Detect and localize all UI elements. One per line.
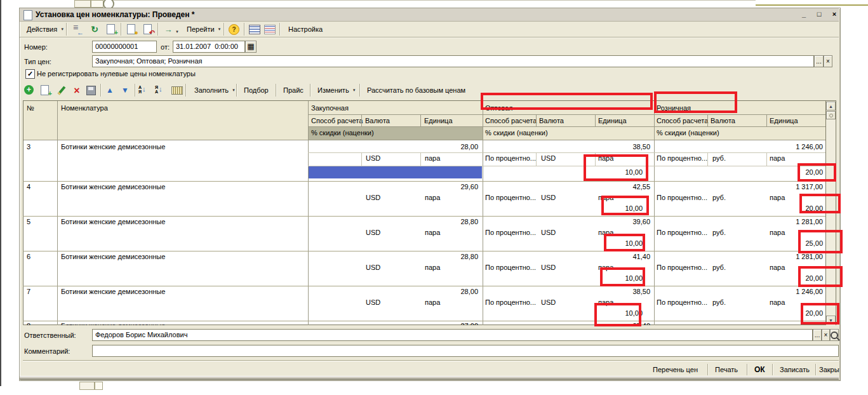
purchase-unit-cell[interactable]: пара <box>425 298 440 307</box>
purchase-unit-cell[interactable]: пара <box>425 229 440 237</box>
purchase-price-cell[interactable]: 28,80 <box>308 253 478 261</box>
minimize-button[interactable]: _ <box>799 9 809 19</box>
responsible-field[interactable]: Федоров Борис Михайлович <box>92 329 813 341</box>
add-row-icon[interactable]: + <box>24 85 34 95</box>
delete-row-icon[interactable]: × <box>71 84 83 96</box>
columns-icon[interactable] <box>171 86 183 95</box>
close-button[interactable]: × <box>829 9 839 19</box>
retail-price-cell[interactable]: 1 246,00 <box>654 143 823 151</box>
purchase-unit-cell[interactable]: пара <box>425 264 440 272</box>
retail-unit-cell[interactable]: пара <box>770 264 785 272</box>
post-record-icon[interactable]: ≡ ← <box>71 23 83 35</box>
purchase-currency-cell[interactable]: USD <box>366 298 380 307</box>
retail-unit-cell[interactable]: пара <box>770 194 785 202</box>
purchase-currency-cell[interactable]: USD <box>366 154 380 163</box>
price-list-button[interactable]: Прайс <box>279 84 307 97</box>
item-name-cell[interactable]: Ботинки женские демисезонные <box>61 218 165 226</box>
goto-menu-button[interactable]: Перейти▼ <box>183 23 225 36</box>
purchase-price-cell[interactable]: 28,00 <box>308 143 478 151</box>
retail-method-cell[interactable]: По процентно... <box>657 194 707 202</box>
item-name-cell[interactable]: Ботинки женские демисезонные <box>61 183 165 191</box>
retail-pct-cell[interactable]: 20,00 <box>654 204 823 213</box>
purchase-price-cell[interactable]: 29,60 <box>308 183 478 191</box>
retail-unit-cell[interactable]: пара <box>770 298 785 307</box>
retail-unit-cell[interactable]: пара <box>770 229 785 237</box>
item-name-cell[interactable]: Ботинки женские демисезонные <box>61 253 165 261</box>
retail-currency-cell[interactable]: руб. <box>712 264 726 272</box>
ok-button[interactable]: ОК <box>751 363 769 376</box>
retail-method-cell[interactable]: По процентно... <box>657 298 707 307</box>
change-menu-button[interactable]: Изменить▼ <box>314 84 360 97</box>
wholesale-currency-cell[interactable]: USD <box>541 264 556 272</box>
wholesale-method-cell[interactable]: По процентно... <box>485 298 536 307</box>
wholesale-currency-cell[interactable]: USD <box>541 229 556 237</box>
purchase-price-cell[interactable]: 28,80 <box>308 218 478 226</box>
end-edit-icon[interactable] <box>86 86 96 95</box>
edit-row-icon[interactable] <box>56 84 67 96</box>
pick-button[interactable]: Подбор <box>240 84 272 97</box>
go-to-icon[interactable]: → <box>163 23 174 35</box>
refresh-icon[interactable]: ↻ <box>89 23 100 35</box>
wholesale-method-cell[interactable]: По процентно... <box>485 264 536 272</box>
wholesale-price-cell[interactable]: 38,50 <box>483 143 650 151</box>
responsible-select-button[interactable]: ... <box>813 329 822 341</box>
item-name-cell[interactable]: Ботинки женские демисезонные <box>61 322 165 325</box>
list-settings-icon[interactable] <box>249 25 260 34</box>
wholesale-price-cell[interactable]: 38,50 <box>483 288 650 296</box>
retail-currency-cell[interactable]: руб. <box>712 229 726 237</box>
maximize-button[interactable]: □ <box>814 9 824 19</box>
date-field[interactable]: 31.01.2007 0:00:00 <box>173 41 245 53</box>
unpost-document-icon[interactable]: ↶ <box>142 23 154 35</box>
purchase-unit-cell[interactable]: пара <box>425 194 440 202</box>
wholesale-method-cell[interactable]: По процентно... <box>485 229 536 237</box>
comment-field[interactable] <box>92 345 839 357</box>
retail-method-cell[interactable]: По процентно... <box>657 154 707 163</box>
calc-base-prices-button[interactable]: Рассчитать по базовым ценам <box>363 84 469 97</box>
price-types-clear-button[interactable]: × <box>824 55 832 67</box>
retail-pct-cell[interactable]: 20,00 <box>654 309 823 318</box>
retail-price-cell[interactable]: 1 317,00 <box>654 183 823 191</box>
fill-menu-button[interactable]: Заполнить▼ <box>190 84 239 97</box>
copy-new-icon[interactable]: + <box>105 23 117 35</box>
skip-zero-prices-checkbox[interactable]: ✓ <box>25 69 35 79</box>
wholesale-method-cell[interactable]: По процентно... <box>485 154 536 163</box>
settings-button[interactable]: Настройка <box>284 23 326 36</box>
price-types-field[interactable]: Закупочная; Оптовая; Розничная <box>92 55 814 67</box>
actions-menu-button[interactable]: Действия▼ <box>23 23 68 36</box>
purchase-currency-cell[interactable]: USD <box>366 194 380 202</box>
scroll-up-button[interactable]: ▲ <box>826 102 836 110</box>
purchase-price-cell[interactable]: 28,00 <box>308 288 478 296</box>
responsible-open-button[interactable] <box>830 329 839 341</box>
retail-currency-cell[interactable]: руб. <box>712 154 726 163</box>
purchase-currency-cell[interactable]: USD <box>366 229 380 237</box>
sort-ascending-icon[interactable]: АЯ ↓ <box>138 85 146 94</box>
wholesale-price-cell[interactable]: 41,40 <box>483 253 650 261</box>
wholesale-price-cell[interactable]: 39,60 <box>483 218 650 226</box>
item-name-cell[interactable]: Ботинки женские демисезонные <box>61 288 165 296</box>
price-types-select-button[interactable]: ... <box>814 55 824 67</box>
sort-descending-icon[interactable]: ЯА ↓ <box>155 85 163 94</box>
scrollbar-thumb[interactable] <box>826 111 836 119</box>
partial-row[interactable]: 8 Ботинки женские демисезонные 27,00 37,… <box>23 321 825 325</box>
wholesale-currency-cell[interactable]: USD <box>541 194 556 202</box>
copy-row-icon[interactable]: + <box>39 84 51 96</box>
purchase-currency-cell[interactable]: USD <box>366 264 380 272</box>
wholesale-currency-cell[interactable]: USD <box>541 298 556 307</box>
item-name-cell[interactable]: Ботинки женские демисезонные <box>61 143 165 151</box>
retail-unit-cell[interactable]: пара <box>770 154 785 163</box>
post-document-icon[interactable]: ● <box>126 23 137 35</box>
responsible-clear-button[interactable]: × <box>822 329 830 341</box>
save-button[interactable]: Записать <box>776 363 813 376</box>
retail-currency-cell[interactable]: руб. <box>712 194 726 202</box>
selected-cell[interactable] <box>309 166 482 178</box>
print-button[interactable]: Печать <box>711 363 742 376</box>
retail-price-cell[interactable]: 1 281,00 <box>654 253 823 261</box>
chevron-down-icon[interactable]: ▼ <box>175 28 179 36</box>
help-icon[interactable]: ? <box>229 24 239 35</box>
purchase-price-cell[interactable]: 27,00 <box>308 322 478 325</box>
purchase-unit-cell[interactable]: пара <box>425 154 440 163</box>
wholesale-method-cell[interactable]: По процентно... <box>485 194 536 202</box>
retail-method-cell[interactable]: По процентно... <box>657 264 707 272</box>
number-field[interactable]: 00000000001 <box>92 41 157 53</box>
move-up-icon[interactable]: ▲ <box>104 84 116 96</box>
